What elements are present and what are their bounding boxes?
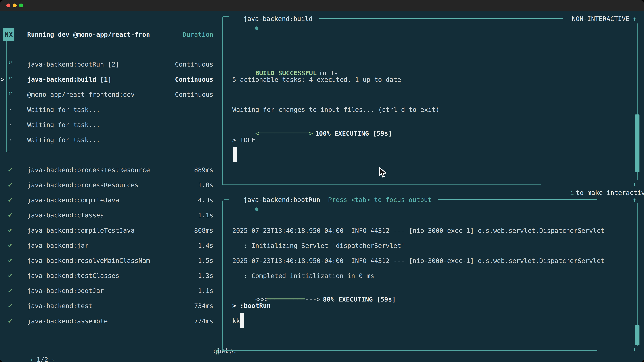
focus-output-hint: Press <tab> to focus output bbox=[328, 195, 432, 204]
minimize-window-button[interactable] bbox=[13, 3, 16, 7]
build-panel-border bbox=[222, 16, 230, 185]
task-duration: 734ms bbox=[194, 302, 213, 310]
completed-task-row[interactable]: ✔java-backend:test734ms bbox=[0, 302, 216, 310]
task-name: java-backend:testClasses bbox=[27, 271, 119, 280]
task-duration: 1.3s bbox=[198, 271, 213, 280]
build-progress-label: 100% EXECUTING [59s] bbox=[315, 130, 392, 137]
completed-task-row[interactable]: ✔java-backend:assemble774ms bbox=[0, 317, 216, 326]
selected-task-marker: > bbox=[1, 75, 4, 84]
task-name: java-backend:compileJava bbox=[27, 196, 119, 204]
pager-next-icon[interactable]: → bbox=[50, 356, 54, 362]
task-row[interactable]: ·Waiting for task... bbox=[0, 136, 216, 144]
task-duration: 889ms bbox=[194, 166, 213, 174]
task-name: java-backend:assemble bbox=[27, 317, 108, 326]
mouse-cursor bbox=[378, 167, 388, 178]
completed-task-row[interactable]: ✔java-backend:compileJava4.3s bbox=[0, 196, 216, 204]
task-name: Waiting for task... bbox=[27, 136, 100, 144]
log-line: 2025-07-23T13:40:18.950-04:00 INFO 44312… bbox=[232, 256, 604, 265]
terminal-window: NX Running dev @mono-app/react-fron Dura… bbox=[0, 0, 644, 362]
bootrun-progress-dashes: ---> bbox=[305, 296, 321, 303]
task-row[interactable]: ·Waiting for task... bbox=[0, 120, 216, 129]
bootrun-scrollbar-thumb[interactable] bbox=[635, 325, 640, 346]
check-icon: ✔ bbox=[8, 286, 13, 295]
task-name: java-backend:build [1] bbox=[27, 75, 112, 84]
task-row[interactable]: ⠋java-backend:bootRun [2]Continuous bbox=[0, 60, 216, 69]
help-key: ? bbox=[215, 347, 219, 355]
build-idle-line: > IDLE bbox=[232, 136, 255, 144]
pager-page-indicator: 1/2 bbox=[36, 356, 48, 362]
task-spinner-icon: ⠋ bbox=[8, 75, 13, 84]
bootrun-progress-line: <<<══════════--->80% EXECUTING [59s] bbox=[232, 286, 396, 295]
non-interactive-badge: NON-INTERACTIVE bbox=[572, 14, 630, 23]
task-duration: 774ms bbox=[194, 317, 213, 326]
check-icon: ✔ bbox=[8, 317, 13, 326]
zoom-window-button[interactable] bbox=[19, 3, 23, 7]
completed-task-row[interactable]: ✔java-backend:compileTestJava808ms bbox=[0, 226, 216, 235]
completed-task-row[interactable]: ✔java-backend:processResources1.0s bbox=[0, 181, 216, 189]
bootrun-prompt-line: > :bootRun bbox=[232, 301, 271, 310]
duration-column-header: Duration bbox=[183, 30, 213, 39]
bootrun-scrollbar-track[interactable] bbox=[637, 203, 638, 346]
task-name: @mono-app/react-frontend:dev bbox=[27, 90, 135, 99]
completed-task-row[interactable]: ✔java-backend:processTestResource889ms bbox=[0, 166, 216, 174]
bootrun-scroll-down-icon: ↓ bbox=[632, 345, 636, 353]
completed-task-row[interactable]: ✔java-backend:testClasses1.3s bbox=[0, 271, 216, 280]
check-icon: ✔ bbox=[8, 241, 13, 250]
task-name: java-backend:processResources bbox=[27, 181, 138, 189]
task-name: java-backend:jar bbox=[27, 241, 88, 250]
build-terminal-cursor bbox=[233, 147, 237, 162]
bootrun-panel-header-rule bbox=[438, 199, 598, 200]
interactive-hint: ito make interactive bbox=[547, 180, 644, 188]
task-status: Continuous bbox=[175, 75, 213, 84]
check-icon: ✔ bbox=[8, 271, 13, 280]
pager-prev-icon[interactable]: ← bbox=[31, 356, 34, 362]
bootrun-panel-bottom-border bbox=[222, 350, 598, 351]
check-icon: ✔ bbox=[8, 226, 13, 235]
check-icon: ✔ bbox=[8, 256, 13, 265]
task-name: java-backend:resolveMainClassNam bbox=[27, 256, 150, 265]
completed-task-row[interactable]: ✔java-backend:classes1.1s bbox=[0, 211, 216, 220]
completed-task-row[interactable]: ✔java-backend:bootJar1.1s bbox=[0, 286, 216, 295]
task-list-title: Running dev @mono-app/react-fron bbox=[27, 30, 150, 39]
waiting-dot-icon: · bbox=[9, 120, 12, 129]
build-panel-bottom-border bbox=[222, 184, 541, 185]
build-success-line: BUILD SUCCESSFULin 1s bbox=[232, 60, 338, 69]
task-list-header-row: Running dev @mono-app/react-fron Duratio… bbox=[0, 30, 216, 39]
task-duration: 1.4s bbox=[198, 241, 213, 250]
task-row[interactable]: ⠋@mono-app/react-frontend:devContinuous bbox=[0, 90, 216, 99]
task-duration: 808ms bbox=[194, 226, 213, 235]
window-titlebar[interactable] bbox=[0, 0, 644, 11]
task-status: Continuous bbox=[175, 60, 213, 69]
check-icon: ✔ bbox=[8, 302, 13, 310]
check-icon: ✔ bbox=[8, 211, 13, 220]
task-name: Waiting for task... bbox=[27, 105, 100, 114]
build-progress-bar: <═════════════> bbox=[255, 130, 313, 137]
task-name: java-backend:classes bbox=[27, 211, 104, 220]
task-name: Waiting for task... bbox=[27, 120, 100, 129]
bootrun-terminal-cursor bbox=[240, 313, 244, 328]
task-duration: 1.5s bbox=[198, 256, 213, 265]
task-row[interactable]: ·Waiting for task... bbox=[0, 105, 216, 114]
task-status: Continuous bbox=[175, 90, 213, 99]
close-window-button[interactable] bbox=[6, 3, 10, 7]
completed-task-row[interactable]: ✔java-backend:jar1.4s bbox=[0, 241, 216, 250]
build-scrollbar-thumb[interactable] bbox=[635, 114, 640, 172]
build-waiting-line: Waiting for changes to input files... (c… bbox=[232, 105, 440, 114]
log-line: : Completed initialization in 0 ms bbox=[232, 272, 374, 280]
bootrun-progress-label: 80% EXECUTING [59s] bbox=[323, 296, 396, 303]
bootrun-panel-border bbox=[222, 199, 230, 351]
task-name: java-backend:compileTestJava bbox=[27, 226, 135, 235]
waiting-dot-icon: · bbox=[9, 136, 12, 144]
task-spinner-icon: ⠋ bbox=[8, 90, 13, 99]
task-duration: 4.3s bbox=[198, 196, 213, 204]
task-bullet-icon: ● bbox=[255, 24, 258, 31]
completed-task-row[interactable]: ✔java-backend:resolveMainClassNam1.5s bbox=[0, 256, 216, 265]
task-name: java-backend:processTestResource bbox=[27, 166, 150, 174]
log-line: 2025-07-23T13:40:18.950-04:00 INFO 44312… bbox=[232, 226, 604, 235]
bootrun-scroll-up-icon: ↑ bbox=[632, 195, 636, 204]
check-icon: ✔ bbox=[8, 196, 13, 204]
bootrun-input-text[interactable]: kk bbox=[232, 317, 240, 325]
task-bullet-icon: ● bbox=[255, 205, 258, 212]
task-row[interactable]: >⠋java-backend:build [1]Continuous bbox=[0, 75, 216, 84]
task-spinner-icon: ⠋ bbox=[8, 60, 13, 69]
